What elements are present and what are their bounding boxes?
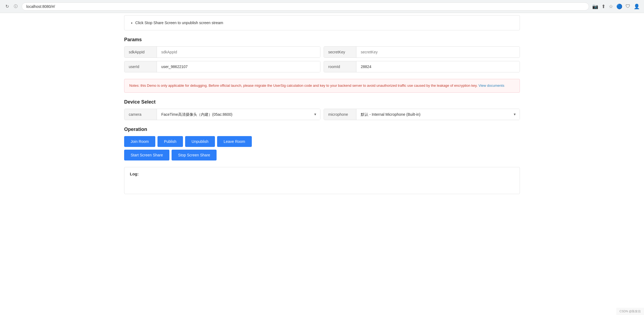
operation-title: Operation <box>124 127 520 132</box>
microphone-select[interactable]: 默认 - Internal Microphone (Built-in) <box>356 109 520 120</box>
operation-section: Operation Join Room Publish Unpublish Le… <box>124 127 520 160</box>
unpublish-button[interactable]: Unpublish <box>185 136 215 147</box>
publish-button[interactable]: Publish <box>157 136 183 147</box>
stop-screen-share-button[interactable]: Stop Screen Share <box>172 150 217 160</box>
device-select-title: Device Select <box>124 99 520 105</box>
log-section: Log: <box>124 167 520 194</box>
warning-notice: Notes: this Demo is only applicable for … <box>124 79 520 93</box>
camera-row: camera FaceTime高清摄像头（内建）(05ac:8600) ▼ <box>124 109 320 120</box>
microphone-label: microphone <box>324 109 356 120</box>
device-section: Device Select camera FaceTime高清摄像头（内建）(0… <box>124 99 520 120</box>
bookmark-icon[interactable]: ☆ <box>609 4 613 9</box>
params-section: Params sdkAppId secretKey userId roomId <box>124 37 520 72</box>
microphone-row: microphone 默认 - Internal Microphone (Bui… <box>324 109 520 120</box>
log-title: Log: <box>130 172 514 176</box>
secretkey-row: secretKey <box>324 46 520 58</box>
video-icon[interactable]: 📷 <box>592 4 598 9</box>
roomid-input[interactable] <box>356 61 520 72</box>
camera-select[interactable]: FaceTime高清摄像头（内建）(05ac:8600) <box>157 109 320 120</box>
params-title: Params <box>124 37 520 43</box>
shield-icon[interactable]: 🛡 <box>626 4 630 9</box>
sdkappid-label: sdkAppId <box>124 47 157 57</box>
intro-notice: Click Stop Share Screen to unpublish scr… <box>124 15 520 30</box>
browser-chrome: ↻ ⓘ 📷 ⬆ ☆ 🔵 🛡 👤 <box>0 0 644 13</box>
secretkey-label: secretKey <box>324 47 356 57</box>
refresh-icon[interactable]: ↻ <box>4 4 10 9</box>
userid-label: userId <box>124 61 157 72</box>
secretkey-input[interactable] <box>356 47 520 57</box>
camera-select-wrapper: FaceTime高清摄像头（内建）(05ac:8600) ▼ <box>157 109 320 120</box>
info-icon: ⓘ <box>13 4 18 9</box>
roomid-row: roomId <box>324 61 520 72</box>
profile-icon[interactable]: 👤 <box>634 4 640 9</box>
device-grid: camera FaceTime高清摄像头（内建）(05ac:8600) ▼ mi… <box>124 109 520 120</box>
camera-label: camera <box>124 109 157 120</box>
userid-input[interactable] <box>157 61 320 72</box>
intro-item: Click Stop Share Screen to unpublish scr… <box>135 20 514 26</box>
userid-row: userId <box>124 61 320 72</box>
browser-actions: 📷 ⬆ ☆ 🔵 🛡 👤 <box>592 4 640 9</box>
sdkappid-input[interactable] <box>157 47 320 57</box>
join-room-button[interactable]: Join Room <box>124 136 155 147</box>
start-screen-share-button[interactable]: Start Screen Share <box>124 150 169 160</box>
leave-room-button[interactable]: Leave Room <box>217 136 252 147</box>
params-grid: sdkAppId secretKey userId roomId <box>124 46 520 72</box>
extensions-icon[interactable]: 🔵 <box>616 4 622 9</box>
operation-buttons-row2: Start Screen Share Stop Screen Share <box>124 150 520 160</box>
share-icon[interactable]: ⬆ <box>601 4 606 9</box>
url-bar[interactable] <box>22 2 589 11</box>
view-documents-link[interactable]: View documents <box>479 83 504 88</box>
microphone-select-wrapper: 默认 - Internal Microphone (Built-in) ▼ <box>356 109 520 120</box>
sdkappid-row: sdkAppId <box>124 46 320 58</box>
operation-buttons-row1: Join Room Publish Unpublish Leave Room <box>124 136 520 147</box>
warning-text: Notes: this Demo is only applicable for … <box>129 83 478 88</box>
roomid-label: roomId <box>324 61 356 72</box>
